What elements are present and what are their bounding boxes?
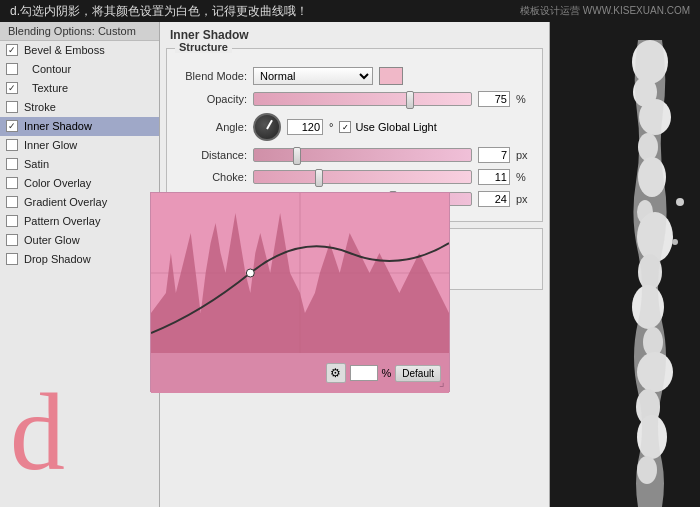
percent-row: %	[350, 365, 392, 381]
choke-label: Choke:	[177, 171, 247, 183]
blend-mode-row: Blend Mode: Normal	[177, 67, 532, 85]
blob-svg	[550, 22, 700, 507]
structure-title: Structure	[175, 41, 232, 53]
gradient-overlay-label: Gradient Overlay	[24, 196, 107, 208]
contour-svg	[151, 193, 449, 353]
stroke-label: Stroke	[24, 101, 56, 113]
satin-checkbox[interactable]	[6, 158, 18, 170]
inner-shadow-checkbox[interactable]	[6, 120, 18, 132]
blending-options-header: Blending Options: Custom	[0, 22, 159, 41]
texture-label: Texture	[32, 82, 68, 94]
instruction-text: d.勾选内阴影，将其颜色设置为白色，记得更改曲线哦！	[10, 3, 520, 20]
sidebar-item-bevel-emboss[interactable]: Bevel & Emboss	[0, 41, 159, 60]
sidebar-item-gradient-overlay[interactable]: Gradient Overlay	[0, 193, 159, 212]
right-panel	[550, 22, 700, 507]
opacity-label: Opacity:	[177, 93, 247, 105]
gear-icon: ⚙	[330, 366, 341, 380]
sidebar-item-color-overlay[interactable]: Color Overlay	[0, 174, 159, 193]
sidebar-item-inner-glow[interactable]: Inner Glow	[0, 136, 159, 155]
choke-slider[interactable]	[253, 170, 472, 184]
size-unit: px	[516, 193, 532, 205]
angle-label: Angle:	[177, 121, 247, 133]
percent-sign: %	[382, 367, 392, 379]
opacity-slider[interactable]	[253, 92, 472, 106]
bevel-emboss-label: Bevel & Emboss	[24, 44, 105, 56]
global-light-label: Use Global Light	[355, 121, 436, 133]
global-light-checkbox[interactable]	[339, 121, 351, 133]
sidebar-item-contour[interactable]: Contour	[0, 60, 159, 79]
choke-input[interactable]	[478, 169, 510, 185]
distance-row: Distance: px	[177, 147, 532, 163]
opacity-row: Opacity: %	[177, 91, 532, 107]
blend-mode-select[interactable]: Normal	[253, 67, 373, 85]
sidebar-item-drop-shadow[interactable]: Drop Shadow	[0, 250, 159, 269]
stroke-checkbox[interactable]	[6, 101, 18, 113]
middle-panel: Inner Shadow Structure Blend Mode: Norma…	[160, 22, 550, 507]
main-container: Blending Options: Custom Bevel & Emboss …	[0, 22, 700, 507]
bevel-emboss-checkbox[interactable]	[6, 44, 18, 56]
distance-label: Distance:	[177, 149, 247, 161]
svg-point-18	[676, 198, 684, 206]
color-overlay-label: Color Overlay	[24, 177, 91, 189]
contour-editor-canvas[interactable]	[151, 193, 449, 353]
top-bar: d.勾选内阴影，将其颜色设置为白色，记得更改曲线哦！ 模板设计运营 WWW.KI…	[0, 0, 700, 22]
outer-glow-label: Outer Glow	[24, 234, 80, 246]
distance-thumb[interactable]	[293, 147, 301, 165]
texture-checkbox[interactable]	[6, 82, 18, 94]
satin-label: Satin	[24, 158, 49, 170]
color-overlay-checkbox[interactable]	[6, 177, 18, 189]
contour-gear-button[interactable]: ⚙	[326, 363, 346, 383]
opacity-unit: %	[516, 93, 532, 105]
d-letter: d	[10, 377, 65, 487]
opacity-thumb[interactable]	[406, 91, 414, 109]
inner-glow-checkbox[interactable]	[6, 139, 18, 151]
pattern-overlay-label: Pattern Overlay	[24, 215, 100, 227]
angle-input[interactable]	[287, 119, 323, 135]
size-input[interactable]	[478, 191, 510, 207]
sidebar-item-satin[interactable]: Satin	[0, 155, 159, 174]
svg-point-3	[246, 269, 254, 277]
opacity-input[interactable]	[478, 91, 510, 107]
drop-shadow-checkbox[interactable]	[6, 253, 18, 265]
choke-row: Choke: %	[177, 169, 532, 185]
contour-editor-overlay: ⚙ % Default ⌟	[150, 192, 450, 392]
distance-unit: px	[516, 149, 532, 161]
global-light-container: Use Global Light	[339, 121, 436, 133]
pattern-overlay-checkbox[interactable]	[6, 215, 18, 227]
inner-glow-label: Inner Glow	[24, 139, 77, 151]
contour-label: Contour	[32, 63, 71, 75]
angle-dial[interactable]	[253, 113, 281, 141]
watermark-text: 模板设计运营 WWW.KISEXUAN.COM	[520, 4, 690, 18]
sidebar-item-inner-shadow[interactable]: Inner Shadow	[0, 117, 159, 136]
sidebar-item-outer-glow[interactable]: Outer Glow	[0, 231, 159, 250]
outer-glow-checkbox[interactable]	[6, 234, 18, 246]
distance-input[interactable]	[478, 147, 510, 163]
inner-shadow-title: Inner Shadow	[166, 28, 543, 42]
svg-point-19	[672, 239, 678, 245]
inner-shadow-label: Inner Shadow	[24, 120, 92, 132]
sidebar-item-stroke[interactable]: Stroke	[0, 98, 159, 117]
sidebar-item-pattern-overlay[interactable]: Pattern Overlay	[0, 212, 159, 231]
contour-checkbox[interactable]	[6, 63, 18, 75]
blend-mode-label: Blend Mode:	[177, 70, 247, 82]
gradient-overlay-checkbox[interactable]	[6, 196, 18, 208]
contour-editor-bottom: ⚙ % Default	[151, 353, 449, 393]
percent-input[interactable]	[350, 365, 378, 381]
distance-slider[interactable]	[253, 148, 472, 162]
resize-handle[interactable]: ⌟	[439, 375, 445, 389]
degrees-symbol: °	[329, 121, 333, 133]
color-swatch[interactable]	[379, 67, 403, 85]
default-button[interactable]: Default	[395, 365, 441, 382]
drop-shadow-label: Drop Shadow	[24, 253, 91, 265]
left-panel: Blending Options: Custom Bevel & Emboss …	[0, 22, 160, 507]
sidebar-item-texture[interactable]: Texture	[0, 79, 159, 98]
angle-row: Angle: ° Use Global Light	[177, 113, 532, 141]
choke-thumb[interactable]	[315, 169, 323, 187]
choke-unit: %	[516, 171, 532, 183]
